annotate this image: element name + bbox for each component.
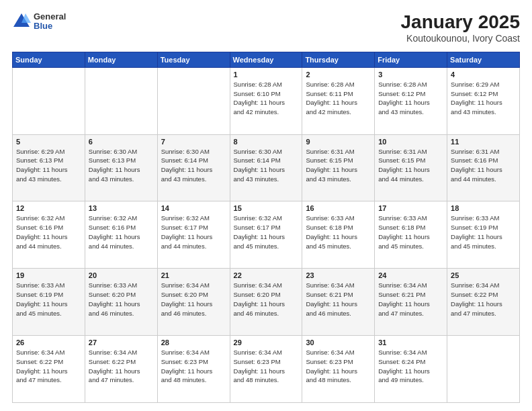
day-number: 26 xyxy=(16,338,81,347)
day-number: 6 xyxy=(89,138,154,146)
day-header-saturday: Saturday xyxy=(447,52,520,67)
day-number: 2 xyxy=(306,71,371,79)
calendar-cell: 10Sunrise: 6:31 AMSunset: 6:15 PMDayligh… xyxy=(375,134,447,201)
day-info: Sunrise: 6:34 AMSunset: 6:22 PMDaylight:… xyxy=(16,349,68,383)
week-row-4: 19Sunrise: 6:33 AMSunset: 6:19 PMDayligh… xyxy=(13,269,520,336)
day-number: 27 xyxy=(89,338,154,347)
day-info: Sunrise: 6:32 AMSunset: 6:17 PMDaylight:… xyxy=(161,214,213,249)
day-info: Sunrise: 6:33 AMSunset: 6:19 PMDaylight:… xyxy=(16,281,68,316)
calendar-cell: 20Sunrise: 6:33 AMSunset: 6:20 PMDayligh… xyxy=(85,269,157,336)
calendar-table: SundayMondayTuesdayWednesdayThursdayFrid… xyxy=(12,52,520,403)
week-row-2: 5Sunrise: 6:29 AMSunset: 6:13 PMDaylight… xyxy=(13,134,520,201)
day-info: Sunrise: 6:28 AMSunset: 6:10 PMDaylight:… xyxy=(234,81,285,116)
day-number: 11 xyxy=(451,138,516,146)
calendar-cell: 6Sunrise: 6:30 AMSunset: 6:13 PMDaylight… xyxy=(85,134,157,201)
day-info: Sunrise: 6:34 AMSunset: 6:20 PMDaylight:… xyxy=(234,281,285,316)
day-info: Sunrise: 6:33 AMSunset: 6:19 PMDaylight:… xyxy=(451,214,502,249)
day-info: Sunrise: 6:34 AMSunset: 6:21 PMDaylight:… xyxy=(378,281,430,316)
day-header-tuesday: Tuesday xyxy=(157,52,230,67)
calendar-cell: 19Sunrise: 6:33 AMSunset: 6:19 PMDayligh… xyxy=(13,269,85,336)
calendar-cell: 31Sunrise: 6:34 AMSunset: 6:24 PMDayligh… xyxy=(375,336,447,403)
logo: General Blue xyxy=(12,12,66,32)
calendar-cell xyxy=(13,67,85,134)
day-number: 15 xyxy=(234,204,299,212)
calendar-cell: 22Sunrise: 6:34 AMSunset: 6:20 PMDayligh… xyxy=(230,269,302,336)
calendar-cell: 5Sunrise: 6:29 AMSunset: 6:13 PMDaylight… xyxy=(13,134,85,201)
day-info: Sunrise: 6:33 AMSunset: 6:18 PMDaylight:… xyxy=(306,214,357,249)
day-number: 1 xyxy=(234,71,299,79)
day-number: 4 xyxy=(451,71,516,79)
day-info: Sunrise: 6:28 AMSunset: 6:12 PMDaylight:… xyxy=(378,81,430,116)
calendar-cell: 18Sunrise: 6:33 AMSunset: 6:19 PMDayligh… xyxy=(447,201,520,269)
calendar-body: 1Sunrise: 6:28 AMSunset: 6:10 PMDaylight… xyxy=(13,67,520,402)
calendar-cell: 17Sunrise: 6:33 AMSunset: 6:18 PMDayligh… xyxy=(375,201,447,269)
day-number: 13 xyxy=(89,204,154,212)
page: General Blue January 2025 Koutoukounou, … xyxy=(0,0,532,411)
day-number: 21 xyxy=(161,271,226,279)
calendar-cell: 7Sunrise: 6:30 AMSunset: 6:14 PMDaylight… xyxy=(157,134,230,201)
day-info: Sunrise: 6:31 AMSunset: 6:16 PMDaylight:… xyxy=(451,148,502,183)
day-info: Sunrise: 6:34 AMSunset: 6:22 PMDaylight:… xyxy=(89,349,140,383)
calendar-header: SundayMondayTuesdayWednesdayThursdayFrid… xyxy=(13,52,520,67)
day-number: 23 xyxy=(306,271,371,279)
calendar-cell: 8Sunrise: 6:30 AMSunset: 6:14 PMDaylight… xyxy=(230,134,302,201)
day-number: 5 xyxy=(16,138,81,146)
day-info: Sunrise: 6:32 AMSunset: 6:16 PMDaylight:… xyxy=(89,214,140,249)
day-number: 3 xyxy=(378,71,443,79)
day-number: 25 xyxy=(451,271,516,279)
day-info: Sunrise: 6:30 AMSunset: 6:14 PMDaylight:… xyxy=(234,148,285,183)
calendar-cell: 29Sunrise: 6:34 AMSunset: 6:23 PMDayligh… xyxy=(230,336,302,403)
day-info: Sunrise: 6:34 AMSunset: 6:23 PMDaylight:… xyxy=(234,349,285,383)
calendar-cell: 26Sunrise: 6:34 AMSunset: 6:22 PMDayligh… xyxy=(13,336,85,403)
calendar-cell: 27Sunrise: 6:34 AMSunset: 6:22 PMDayligh… xyxy=(85,336,157,403)
day-info: Sunrise: 6:33 AMSunset: 6:20 PMDaylight:… xyxy=(89,281,140,316)
calendar-cell xyxy=(157,67,230,134)
day-header-friday: Friday xyxy=(375,52,447,67)
day-number: 29 xyxy=(234,338,299,347)
week-row-1: 1Sunrise: 6:28 AMSunset: 6:10 PMDaylight… xyxy=(13,67,520,134)
calendar-cell: 24Sunrise: 6:34 AMSunset: 6:21 PMDayligh… xyxy=(375,269,447,336)
day-number: 24 xyxy=(378,271,443,279)
header: General Blue January 2025 Koutoukounou, … xyxy=(12,12,520,44)
day-header-thursday: Thursday xyxy=(302,52,375,67)
header-row: SundayMondayTuesdayWednesdayThursdayFrid… xyxy=(13,52,520,67)
day-number: 7 xyxy=(161,138,226,146)
calendar-cell: 11Sunrise: 6:31 AMSunset: 6:16 PMDayligh… xyxy=(447,134,520,201)
day-header-monday: Monday xyxy=(85,52,157,67)
title-block: January 2025 Koutoukounou, Ivory Coast xyxy=(401,12,520,44)
day-number: 16 xyxy=(306,204,371,212)
day-number: 28 xyxy=(161,338,226,347)
day-info: Sunrise: 6:32 AMSunset: 6:16 PMDaylight:… xyxy=(16,214,68,249)
day-info: Sunrise: 6:33 AMSunset: 6:18 PMDaylight:… xyxy=(378,214,430,249)
calendar-cell: 25Sunrise: 6:34 AMSunset: 6:22 PMDayligh… xyxy=(447,269,520,336)
calendar-cell: 15Sunrise: 6:32 AMSunset: 6:17 PMDayligh… xyxy=(230,201,302,269)
calendar-cell: 21Sunrise: 6:34 AMSunset: 6:20 PMDayligh… xyxy=(157,269,230,336)
calendar-cell: 1Sunrise: 6:28 AMSunset: 6:10 PMDaylight… xyxy=(230,67,302,134)
day-number: 22 xyxy=(234,271,299,279)
calendar-cell xyxy=(85,67,157,134)
day-number: 8 xyxy=(234,138,299,146)
day-info: Sunrise: 6:32 AMSunset: 6:17 PMDaylight:… xyxy=(234,214,285,249)
calendar-cell: 14Sunrise: 6:32 AMSunset: 6:17 PMDayligh… xyxy=(157,201,230,269)
week-row-3: 12Sunrise: 6:32 AMSunset: 6:16 PMDayligh… xyxy=(13,201,520,269)
calendar-cell: 2Sunrise: 6:28 AMSunset: 6:11 PMDaylight… xyxy=(302,67,375,134)
day-number: 12 xyxy=(16,204,81,212)
day-info: Sunrise: 6:29 AMSunset: 6:12 PMDaylight:… xyxy=(451,81,502,116)
day-info: Sunrise: 6:30 AMSunset: 6:13 PMDaylight:… xyxy=(89,148,140,183)
day-info: Sunrise: 6:34 AMSunset: 6:20 PMDaylight:… xyxy=(161,281,213,316)
day-header-sunday: Sunday xyxy=(13,52,85,67)
day-number: 17 xyxy=(378,204,443,212)
calendar-cell: 3Sunrise: 6:28 AMSunset: 6:12 PMDaylight… xyxy=(375,67,447,134)
day-info: Sunrise: 6:34 AMSunset: 6:24 PMDaylight:… xyxy=(378,349,430,383)
logo-general-text: General xyxy=(34,12,66,21)
calendar-cell: 16Sunrise: 6:33 AMSunset: 6:18 PMDayligh… xyxy=(302,201,375,269)
day-info: Sunrise: 6:34 AMSunset: 6:23 PMDaylight:… xyxy=(161,349,213,383)
day-info: Sunrise: 6:34 AMSunset: 6:21 PMDaylight:… xyxy=(306,281,357,316)
calendar-cell: 28Sunrise: 6:34 AMSunset: 6:23 PMDayligh… xyxy=(157,336,230,403)
day-number: 19 xyxy=(16,271,81,279)
calendar-cell: 30Sunrise: 6:34 AMSunset: 6:23 PMDayligh… xyxy=(302,336,375,403)
calendar-cell: 9Sunrise: 6:31 AMSunset: 6:15 PMDaylight… xyxy=(302,134,375,201)
day-info: Sunrise: 6:30 AMSunset: 6:14 PMDaylight:… xyxy=(161,148,213,183)
day-info: Sunrise: 6:31 AMSunset: 6:15 PMDaylight:… xyxy=(378,148,430,183)
day-info: Sunrise: 6:29 AMSunset: 6:13 PMDaylight:… xyxy=(16,148,68,183)
